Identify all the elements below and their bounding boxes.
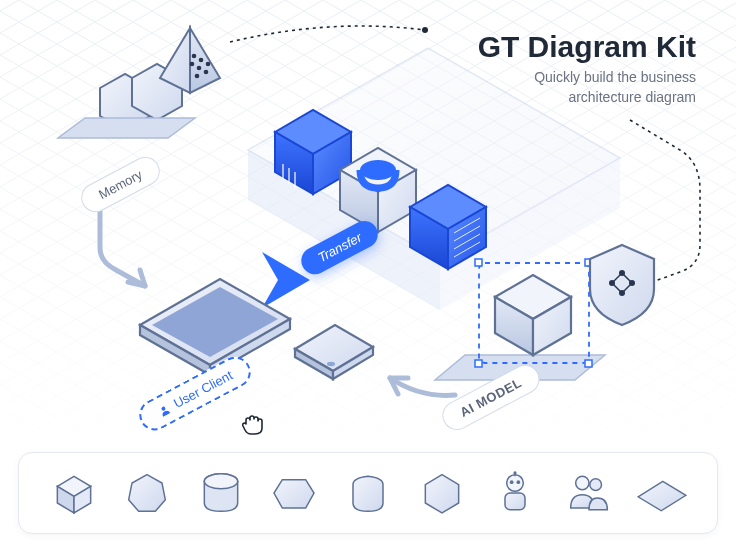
svg-point-42 xyxy=(589,479,601,491)
svg-point-39 xyxy=(513,471,516,474)
svg-point-32 xyxy=(160,406,165,411)
svg-rect-22 xyxy=(475,360,482,367)
svg-point-8 xyxy=(195,74,200,79)
svg-point-13 xyxy=(360,160,396,180)
svg-point-4 xyxy=(206,62,211,67)
svg-point-35 xyxy=(507,475,524,492)
svg-rect-38 xyxy=(505,493,525,510)
shapes-toolbar xyxy=(18,452,718,534)
title-text: GT Diagram Kit xyxy=(478,30,696,64)
page-title: GT Diagram Kit Quickly build the busines… xyxy=(478,30,696,107)
svg-point-18 xyxy=(327,362,335,366)
svg-point-2 xyxy=(192,54,197,59)
grab-cursor-icon xyxy=(238,410,266,438)
svg-rect-20 xyxy=(475,259,482,266)
tool-cube[interactable] xyxy=(46,465,102,521)
phone-node[interactable] xyxy=(295,325,373,379)
tool-people[interactable] xyxy=(561,465,617,521)
tool-heptagon[interactable] xyxy=(119,465,175,521)
subtitle-text: Quickly build the businessarchitecture d… xyxy=(478,68,696,107)
tool-rounded-cube[interactable] xyxy=(340,465,396,521)
svg-point-36 xyxy=(510,480,514,484)
svg-point-41 xyxy=(575,476,588,489)
svg-point-7 xyxy=(204,70,209,75)
tablet-node[interactable] xyxy=(140,279,290,375)
svg-point-34 xyxy=(204,474,237,489)
svg-point-6 xyxy=(197,66,202,71)
shield-node[interactable] xyxy=(590,245,654,325)
tool-cylinder[interactable] xyxy=(193,465,249,521)
pyramid-node[interactable] xyxy=(160,28,220,93)
svg-point-5 xyxy=(190,62,195,67)
svg-point-9 xyxy=(422,27,428,33)
memory-arrow xyxy=(100,210,145,286)
dashed-connector-1 xyxy=(230,26,425,42)
tool-tablet[interactable] xyxy=(634,465,690,521)
user-icon xyxy=(156,402,172,418)
tool-hexagon[interactable] xyxy=(266,465,322,521)
svg-point-37 xyxy=(517,480,521,484)
tool-polygon[interactable] xyxy=(414,465,470,521)
tool-robot[interactable] xyxy=(487,465,543,521)
svg-point-3 xyxy=(199,58,204,63)
svg-rect-23 xyxy=(585,360,592,367)
